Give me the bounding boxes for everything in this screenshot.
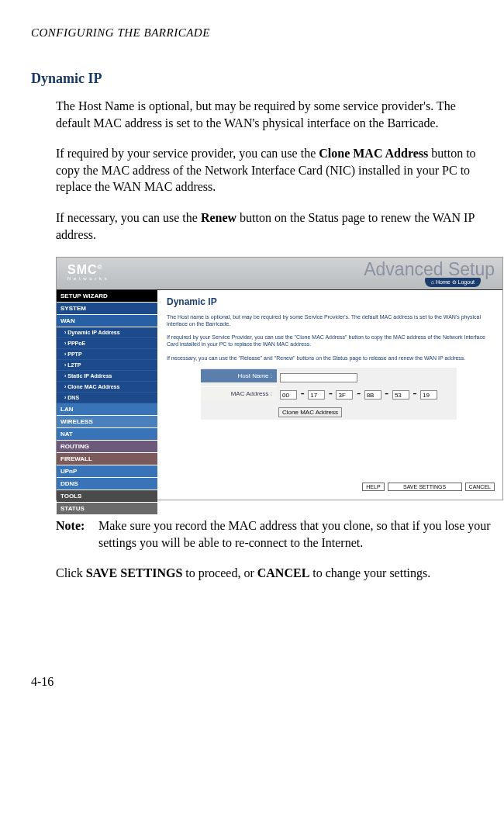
main-panel: Dynamic IP The Host name is optional, bu… [157, 290, 502, 500]
sidebar-sub-l2tp[interactable]: › L2TP [57, 360, 157, 371]
macaddress-label: MAC Address : [201, 386, 277, 400]
sidebar-sub-label: PPTP [67, 351, 81, 357]
sidebar-item-upnp[interactable]: UPnP [57, 465, 157, 478]
note-label: Note: [56, 517, 98, 551]
clone-button-row: Clone MAC Address [201, 402, 457, 420]
panel-desc-1: The Host name is optional, but may be re… [167, 313, 493, 327]
sidebar-sub-static-ip[interactable]: › Static IP Address [57, 371, 157, 382]
logo-text: SMC [67, 263, 98, 276]
save-settings-button[interactable]: SAVE SETTINGS [388, 483, 462, 491]
para4-bold1: SAVE SETTINGS [86, 566, 183, 579]
sidebar-item-wireless[interactable]: WIRELESS [57, 416, 157, 428]
smc-logo: SMC® [67, 263, 102, 277]
sidebar-item-nat[interactable]: NAT [57, 428, 157, 441]
hostname-input[interactable] [280, 373, 357, 382]
advanced-setup-label: Advanced Setup [364, 259, 495, 280]
sidebar-item-status[interactable]: STATUS [57, 503, 157, 515]
mac-input-1[interactable] [308, 390, 325, 400]
paragraph-4: Click SAVE SETTINGS to proceed, or CANCE… [56, 565, 492, 582]
panel-desc-3: If necessary, you can use the "Release" … [167, 355, 493, 362]
screenshot-header: SMC® N e t w o r k s Advanced Setup ⌂ Ho… [57, 258, 502, 290]
sidebar-item-routing[interactable]: ROUTING [57, 441, 157, 453]
section-heading: Dynamic IP [31, 71, 492, 87]
sidebar-item-wan[interactable]: WAN [57, 315, 157, 327]
paragraph-1: The Host Name is optional, but may be re… [56, 98, 492, 131]
router-admin-screenshot: SMC® N e t w o r k s Advanced Setup ⌂ Ho… [56, 257, 503, 500]
mac-input-2[interactable] [336, 390, 353, 400]
note-text: Make sure you record the MAC address tha… [98, 517, 492, 551]
home-logout-bar[interactable]: ⌂ Home ⊖ Logout [425, 278, 481, 287]
para3-bold: Renew [201, 211, 236, 224]
para2-bold: Clone MAC Address [319, 147, 428, 160]
cancel-button[interactable]: CANCEL [465, 483, 495, 491]
sidebar-sub-label: Clone MAC Address [67, 384, 119, 389]
sidebar-sub-dns[interactable]: › DNS [57, 393, 157, 403]
sidebar-item-setup-wizard[interactable]: SETUP WIZARD [57, 290, 157, 303]
paragraph-2: If required by your service provider, yo… [56, 145, 492, 195]
sidebar-item-firewall[interactable]: FIREWALL [57, 453, 157, 465]
sidebar-item-tools[interactable]: TOOLS [57, 490, 157, 503]
mac-input-4[interactable] [392, 390, 409, 400]
paragraph-3: If necessary, you can use the Renew butt… [56, 209, 492, 243]
panel-desc-2: If required by your Service Provider, yo… [167, 334, 493, 348]
sidebar: SETUP WIZARD SYSTEM WAN › Dynamic IP Add… [57, 290, 157, 500]
sidebar-sub-label: L2TP [67, 362, 81, 368]
para4-c: to change your settings. [309, 566, 430, 579]
sidebar-item-lan[interactable]: LAN [57, 403, 157, 416]
sidebar-sub-clone-mac[interactable]: › Clone MAC Address [57, 382, 157, 393]
para2-a: If required by your service provider, yo… [56, 147, 319, 160]
page-number: 4-16 [31, 675, 492, 689]
mac-input-0[interactable] [280, 390, 297, 400]
sidebar-sub-label: Static IP Address [67, 373, 112, 379]
panel-title: Dynamic IP [167, 296, 493, 307]
logo-subtext: N e t w o r k s [67, 276, 108, 281]
sidebar-item-ddns[interactable]: DDNS [57, 478, 157, 490]
para4-b: to proceed, or [182, 566, 257, 579]
mac-input-3[interactable] [364, 390, 381, 400]
running-header: CONFIGURING THE BARRICADE [31, 26, 492, 40]
sidebar-sub-label: PPPoE [67, 341, 85, 346]
sidebar-sub-label: Dynamic IP Address [67, 330, 119, 335]
hostname-label: Host Name : [201, 369, 277, 382]
macaddress-row: MAC Address : - - - - - [201, 385, 457, 402]
form-area: Host Name : MAC Address : - - - - - [201, 368, 457, 420]
help-button[interactable]: HELP [362, 483, 384, 491]
clone-mac-button[interactable]: Clone MAC Address [278, 407, 342, 417]
sidebar-item-system[interactable]: SYSTEM [57, 303, 157, 315]
sidebar-sub-dynamic-ip[interactable]: › Dynamic IP Address [57, 327, 157, 338]
logo-reg: ® [98, 264, 103, 271]
sidebar-sub-pptp[interactable]: › PPTP [57, 349, 157, 360]
note-block: Note: Make sure you record the MAC addre… [56, 517, 492, 551]
hostname-row: Host Name : [201, 368, 457, 385]
para4-bold2: CANCEL [257, 566, 310, 579]
para4-a: Click [56, 566, 86, 579]
screenshot-body: SETUP WIZARD SYSTEM WAN › Dynamic IP Add… [57, 290, 502, 500]
para3-a: If necessary, you can use the [56, 211, 201, 224]
bottom-button-bar: HELP SAVE SETTINGS CANCEL [362, 483, 495, 491]
sidebar-sub-pppoe[interactable]: › PPPoE [57, 338, 157, 349]
sidebar-sub-label: DNS [67, 395, 79, 400]
mac-input-5[interactable] [420, 390, 437, 400]
